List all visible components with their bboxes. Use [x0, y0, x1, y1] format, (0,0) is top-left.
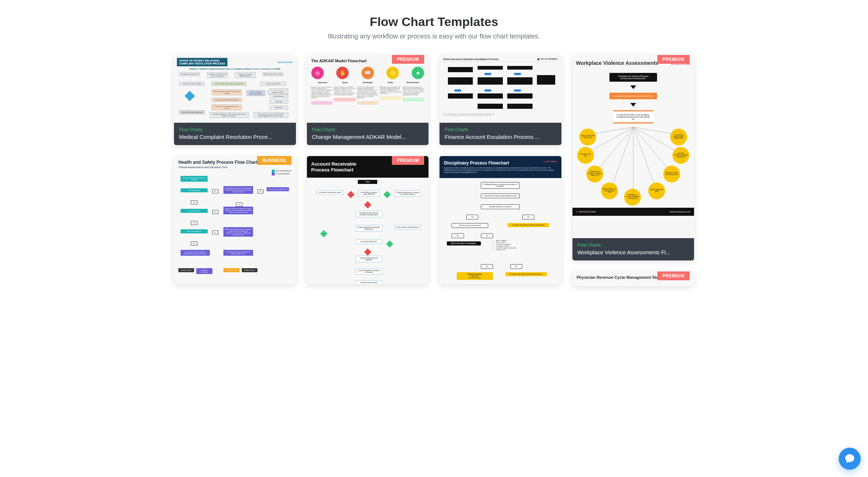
- template-title: Finance Account Escalation Process ...: [445, 134, 556, 140]
- thumb-subhead: Patient or Patient's Representative has …: [177, 68, 293, 70]
- template-card-disciplinary[interactable]: Disciplinary Process Flowchart ▲ JD FUND…: [439, 156, 561, 284]
- thumb-sub: Threat Assessment and Decision Tool: [178, 166, 257, 169]
- thumb-heading: Health and Safety Process Flow Chart: [178, 160, 257, 165]
- svg-line-6: [611, 127, 633, 188]
- template-thumb: RIVERSIDE COUNTY Account ReceivableProce…: [307, 156, 429, 284]
- template-card-physician-revenue[interactable]: PREMIUM Physician Revenue Cycle Manageme…: [572, 271, 694, 286]
- templates-page: Flow Chart Templates Illustrating any wo…: [0, 0, 868, 301]
- template-title: Workplace Violence Assessments Fl...: [578, 249, 689, 255]
- template-card-account-receivable[interactable]: PREMIUM RIVERSIDE COUNTY Account Receiva…: [307, 156, 429, 284]
- thumb-heading-1: OFFICE OF PATIENT RELATIONS: [179, 59, 219, 62]
- thumb-heading-2: COMPLAINT RESOLUTION PROCESS: [179, 62, 225, 65]
- premium-badge: PREMIUM: [657, 55, 690, 64]
- premium-badge: PREMIUM: [392, 156, 424, 165]
- step-2: Complete the Risk Factor Selection Tool: [609, 93, 657, 99]
- step-1: Complete the General Physical Environmen…: [609, 73, 657, 82]
- grid-col-2: PREMIUM The ADKAR Model Flowchart ◎ ✋ 📖 …: [307, 55, 429, 284]
- thumb-brand: HEALTHCARE: [278, 61, 293, 63]
- template-card-workplace-violence[interactable]: PREMIUM Workplace Violence Assessments ●…: [572, 55, 694, 260]
- page-subtitle: Illustrating any workflow or process is …: [22, 33, 846, 40]
- svg-line-7: [633, 127, 655, 188]
- step-knowledge: Knowledge: [356, 81, 379, 84]
- template-thumb: Client Account Collection Escalation Pro…: [439, 55, 561, 123]
- premium-badge: PREMIUM: [392, 55, 424, 64]
- template-thumb: Workplace Violence Assessments ●●HR SOLU…: [572, 55, 694, 238]
- business-badge: BUSINESS: [257, 156, 291, 165]
- thumb-heading: Workplace Violence Assessments: [576, 60, 659, 66]
- legend-2: IC Level Decision: [276, 173, 290, 175]
- template-title: Change Management ADKAR Model...: [312, 134, 424, 140]
- template-category: Flow Charts: [312, 127, 424, 132]
- grid-col-4: PREMIUM Workplace Violence Assessments ●…: [572, 55, 694, 286]
- template-card-finance-escalation[interactable]: Client Account Collection Escalation Pro…: [439, 55, 561, 145]
- template-thumb: Disciplinary Process Flowchart ▲ JD FUND…: [439, 156, 561, 284]
- template-card-health-safety[interactable]: BUSINESS Health and Safety Process Flow …: [174, 156, 296, 284]
- step-awareness: Awareness: [311, 81, 334, 84]
- template-caption: Flow Charts Change Management ADKAR Mode…: [307, 123, 429, 145]
- svg-line-5: [633, 127, 670, 171]
- template-thumb: Health and Safety Process Flow Chart Thr…: [174, 156, 296, 284]
- template-category: Flow Charts: [578, 243, 689, 248]
- template-caption: Flow Charts Workplace Violence Assessmen…: [572, 238, 694, 260]
- grid-col-3: Client Account Collection Escalation Pro…: [439, 55, 561, 284]
- step-reinforcement: Reinforcement: [401, 81, 424, 84]
- step-desire: Desire: [334, 81, 356, 84]
- grid-col-1: OFFICE OF PATIENT RELATIONSCOMPLAINT RES…: [174, 55, 296, 284]
- svg-line-4: [597, 127, 633, 171]
- template-category: Flow Charts: [179, 127, 291, 132]
- template-caption: Flow Charts Finance Account Escalation P…: [439, 123, 561, 145]
- template-card-adkar[interactable]: PREMIUM The ADKAR Model Flowchart ◎ ✋ 📖 …: [307, 55, 429, 145]
- template-category: Flow Charts: [445, 127, 556, 132]
- template-title: Medical Complaint Resolution Proce...: [179, 134, 291, 140]
- page-header: Flow Chart Templates Illustrating any wo…: [22, 15, 846, 40]
- legend-1: Unit Level Decision: [276, 170, 292, 172]
- template-card-medical-complaint[interactable]: OFFICE OF PATIENT RELATIONSCOMPLAINT RES…: [174, 55, 296, 145]
- thumb-heading: Client Account Collection Escalation Pro…: [443, 58, 498, 60]
- step-ability: Ability: [379, 81, 402, 84]
- page-title: Flow Chart Templates: [22, 15, 846, 29]
- template-caption: Flow Charts Medical Complaint Resolution…: [174, 123, 296, 145]
- step-3: If a specific risk exists in your workpl…: [613, 110, 653, 123]
- templates-grid: OFFICE OF PATIENT RELATIONSCOMPLAINT RES…: [174, 55, 694, 286]
- template-thumb: The ADKAR Model Flowchart ◎ ✋ 📖 ⚙ ★ Awar…: [307, 55, 429, 123]
- thumb-brand: CITY OF OAKRIDGE: [540, 58, 558, 60]
- premium-badge: PREMIUM: [657, 271, 690, 280]
- template-thumb: OFFICE OF PATIENT RELATIONSCOMPLAINT RES…: [174, 55, 296, 123]
